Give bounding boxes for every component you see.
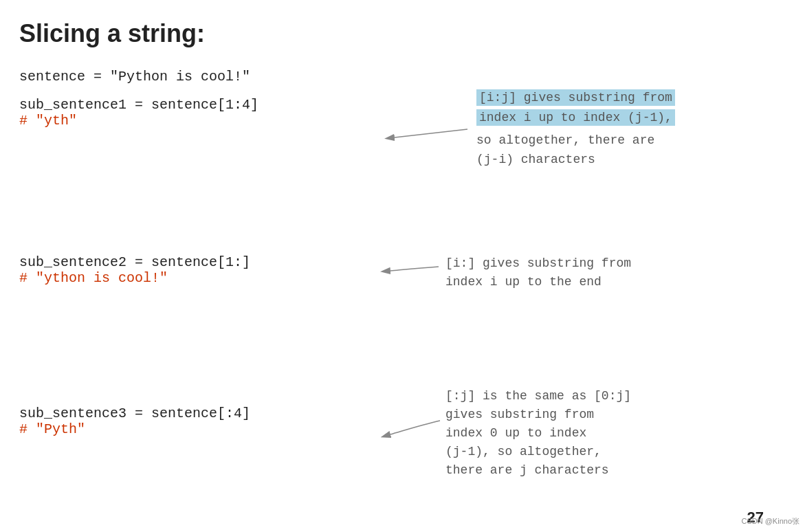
annotation-3-line3: index 0 up to index	[445, 424, 631, 443]
code-block-3: sub_sentence3 = sentence[:4] # "Pyth"	[19, 406, 250, 437]
annotation-1-rest: so altogether, there are(j-i) characters	[476, 131, 675, 170]
code-line-sub1: sub_sentence1 = sentence[1:4]	[19, 97, 258, 113]
arrow-2	[390, 267, 439, 271]
code-line-sub3: sub_sentence3 = sentence[:4]	[19, 406, 250, 421]
annotation-2-text: [i:] gives substring fromindex i up to t…	[445, 254, 631, 291]
annotation-1: [i:j] gives substring from index i up to…	[476, 88, 675, 170]
annotation-3-line2: gives substring from	[445, 406, 631, 424]
arrow-3	[390, 421, 440, 434]
annotation-3-line1: [:j] is the same as [0:j]	[445, 387, 631, 406]
annotation-1-highlight-line2: index i up to index (j-1),	[476, 108, 675, 128]
page-title: Slicing a string:	[19, 19, 205, 48]
annotation-2: [i:] gives substring fromindex i up to t…	[445, 254, 631, 291]
annotation-3: [:j] is the same as [0:j] gives substrin…	[445, 387, 631, 480]
code-comment-1: # "yth"	[19, 113, 258, 129]
code-line-sentence: sentence = "Python is cool!"	[19, 69, 258, 85]
code-block-1: sentence = "Python is cool!" sub_sentenc…	[19, 69, 258, 129]
highlight-text-2: index i up to index (j-1),	[476, 109, 675, 126]
code-comment-3: # "Pyth"	[19, 421, 250, 437]
annotation-3-line5: there are j characters	[445, 461, 631, 480]
arrow-1	[395, 129, 467, 137]
code-comment-2: # "ython is cool!"	[19, 270, 250, 286]
watermark: CSDN @Kinno张	[741, 516, 800, 527]
highlight-text-1: [i:j] gives substring from	[476, 89, 675, 106]
code-line-sub2: sub_sentence2 = sentence[1:]	[19, 254, 250, 270]
annotation-1-highlight-line1: [i:j] gives substring from	[476, 88, 675, 108]
annotation-3-line4: (j-1), so altogether,	[445, 443, 631, 461]
code-block-2: sub_sentence2 = sentence[1:] # "ython is…	[19, 254, 250, 286]
